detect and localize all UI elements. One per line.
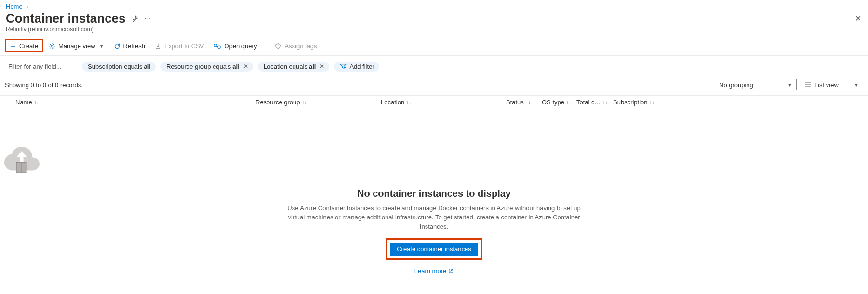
- view-mode-label: List view: [815, 81, 839, 89]
- filter-pill-value: all: [144, 63, 150, 70]
- grouping-dropdown[interactable]: No grouping ▼: [715, 79, 797, 90]
- filter-pill-location[interactable]: Location equals all ✕: [258, 62, 330, 72]
- manage-view-button[interactable]: Manage view ▼: [45, 40, 108, 51]
- filter-add-icon: [340, 64, 347, 69]
- table-header: Name ↑↓ Resource group ↑↓ Location ↑↓ St…: [0, 95, 868, 109]
- empty-state-title: No container instances to display: [0, 188, 868, 199]
- filter-input[interactable]: [5, 61, 77, 72]
- grouping-label: No grouping: [719, 81, 753, 89]
- filter-pill-value: all: [232, 63, 239, 70]
- tag-icon: [275, 43, 281, 50]
- sort-icon: ↑↓: [406, 100, 411, 105]
- remove-filter-icon[interactable]: ✕: [320, 63, 324, 70]
- filters-row: Subscription equals all Resource group e…: [0, 56, 868, 77]
- filter-pill-value: all: [309, 63, 316, 70]
- open-query-label: Open query: [224, 42, 257, 50]
- chevron-right-icon: ›: [26, 3, 28, 10]
- open-query-button[interactable]: Open query: [210, 40, 261, 51]
- assign-tags-button: Assign tags: [271, 40, 320, 51]
- refresh-label: Refresh: [123, 42, 146, 50]
- page-title: Container instances: [6, 11, 126, 26]
- column-header-os-type[interactable]: OS type ↑↓: [542, 99, 576, 106]
- list-icon: [805, 82, 812, 88]
- breadcrumb-home[interactable]: Home: [6, 3, 23, 10]
- cloud-upload-icon: [0, 138, 868, 181]
- empty-state: No container instances to display Use Az…: [0, 138, 868, 275]
- breadcrumb: Home ›: [0, 0, 868, 11]
- download-icon: [155, 43, 161, 50]
- sort-icon: ↑↓: [302, 100, 307, 105]
- svg-point-2: [218, 46, 220, 48]
- column-header-subscription[interactable]: Subscription ↑↓: [613, 99, 863, 106]
- refresh-icon: [114, 43, 120, 50]
- chevron-down-icon: ▼: [99, 43, 104, 49]
- toolbar: Create Manage view ▼ Refresh Export to C…: [0, 38, 868, 56]
- svg-point-3: [278, 44, 279, 45]
- export-csv-button: Export to CSV: [151, 40, 208, 51]
- export-csv-label: Export to CSV: [164, 42, 204, 50]
- refresh-button[interactable]: Refresh: [110, 40, 149, 51]
- sort-icon: ↑↓: [603, 100, 608, 105]
- sort-icon: ↑↓: [34, 100, 39, 105]
- column-header-status[interactable]: Status ↑↓: [506, 99, 542, 106]
- create-label: Create: [19, 42, 38, 50]
- column-header-location[interactable]: Location ↑↓: [381, 99, 506, 106]
- toolbar-separator: [266, 42, 266, 51]
- gear-icon: [49, 43, 55, 50]
- query-icon: [214, 43, 221, 50]
- more-icon[interactable]: ⋯: [144, 15, 151, 22]
- remove-filter-icon[interactable]: ✕: [243, 63, 248, 70]
- column-header-total-containers[interactable]: Total c… ↑↓: [576, 99, 613, 106]
- sort-icon: ↑↓: [650, 100, 654, 105]
- add-filter-label: Add filter: [349, 63, 374, 70]
- filter-pill-subscription[interactable]: Subscription equals all: [82, 62, 156, 72]
- cta-highlight-box: Create container instances: [386, 238, 482, 260]
- svg-point-1: [214, 44, 217, 46]
- create-button[interactable]: Create: [5, 39, 43, 52]
- records-count-text: Showing 0 to 0 of 0 records.: [5, 81, 83, 89]
- external-link-icon: [448, 268, 454, 274]
- sort-icon: ↑↓: [526, 100, 531, 105]
- empty-state-description: Use Azure Container Instances to create …: [285, 204, 584, 231]
- directory-subtitle: Refinitiv (refinitiv.onmicrosoft.com): [0, 26, 868, 38]
- column-header-resource-group[interactable]: Resource group ↑↓: [255, 99, 381, 106]
- close-icon[interactable]: ✕: [855, 14, 861, 23]
- chevron-down-icon: ▼: [854, 82, 859, 88]
- filter-pill-label: Location equals: [264, 63, 307, 70]
- assign-tags-label: Assign tags: [284, 42, 317, 50]
- filter-pill-label: Subscription equals: [88, 63, 142, 70]
- chevron-down-icon: ▼: [788, 82, 792, 88]
- filter-pill-resource-group[interactable]: Resource group equals all ✕: [160, 62, 253, 72]
- filter-pill-label: Resource group equals: [166, 63, 231, 70]
- learn-more-link[interactable]: Learn more: [414, 268, 454, 275]
- pin-icon[interactable]: [132, 15, 138, 22]
- sort-icon: ↑↓: [566, 100, 571, 105]
- view-mode-dropdown[interactable]: List view ▼: [801, 79, 863, 90]
- manage-view-label: Manage view: [58, 42, 95, 50]
- column-header-name[interactable]: Name ↑↓: [5, 99, 255, 106]
- add-filter-button[interactable]: Add filter: [334, 62, 379, 72]
- svg-point-0: [51, 45, 53, 47]
- create-container-instances-button[interactable]: Create container instances: [390, 243, 478, 256]
- plus-icon: [10, 43, 16, 50]
